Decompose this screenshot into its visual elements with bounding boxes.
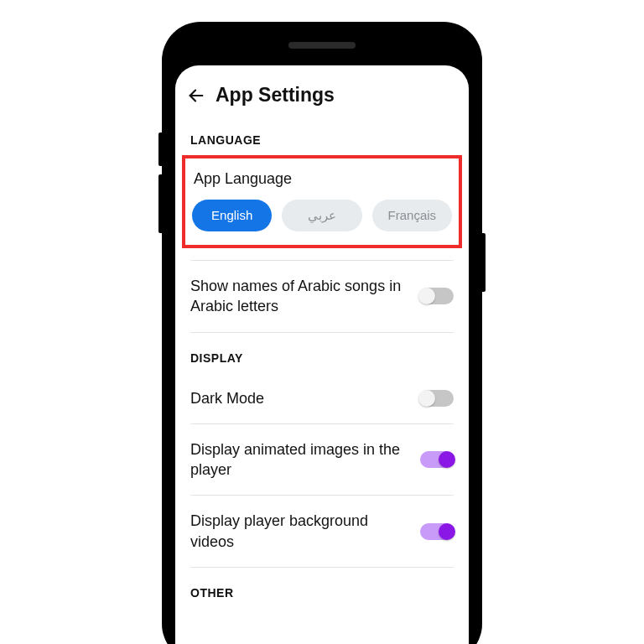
setting-label-dark-mode: Dark Mode xyxy=(190,388,407,408)
setting-row-background-videos: Display player background videos xyxy=(175,496,469,567)
setting-row-dark-mode: Dark Mode xyxy=(175,373,469,423)
setting-row-animated-images: Display animated images in the player xyxy=(175,424,469,496)
header: App Settings xyxy=(175,65,469,115)
setting-label-arabic-names: Show names of Arabic songs in Arabic let… xyxy=(190,276,407,317)
toggle-knob xyxy=(418,288,435,304)
page-title: App Settings xyxy=(216,84,335,106)
section-header-display: DISPLAY xyxy=(175,333,469,373)
language-option-english[interactable]: English xyxy=(192,200,272,231)
toggle-knob xyxy=(439,451,455,468)
toggle-knob xyxy=(439,523,455,540)
back-arrow-icon[interactable] xyxy=(187,86,205,105)
speaker-grille xyxy=(288,42,356,49)
language-option-francais[interactable]: Français xyxy=(372,200,452,231)
volume-up-button xyxy=(158,132,164,166)
language-options: English عربي Français xyxy=(190,200,454,231)
power-button xyxy=(480,233,486,292)
language-option-arabic[interactable]: عربي xyxy=(282,200,361,231)
language-highlight-box: App Language English عربي Français xyxy=(182,155,462,248)
toggle-dark-mode[interactable] xyxy=(420,390,454,407)
toggle-knob xyxy=(418,390,435,407)
toggle-arabic-names[interactable] xyxy=(420,288,454,304)
screen: App Settings LANGUAGE App Language Engli… xyxy=(175,65,469,644)
section-header-other: OTHER xyxy=(175,568,469,608)
section-header-language: LANGUAGE xyxy=(175,115,469,155)
setting-row-arabic-names: Show names of Arabic songs in Arabic let… xyxy=(175,261,469,332)
setting-label-background-videos: Display player background videos xyxy=(190,511,407,552)
phone-frame: App Settings LANGUAGE App Language Engli… xyxy=(164,23,480,644)
app-language-label: App Language xyxy=(190,167,454,200)
volume-down-button xyxy=(158,174,164,233)
setting-label-animated-images: Display animated images in the player xyxy=(190,439,407,480)
toggle-background-videos[interactable] xyxy=(420,523,454,540)
toggle-animated-images[interactable] xyxy=(420,451,454,468)
